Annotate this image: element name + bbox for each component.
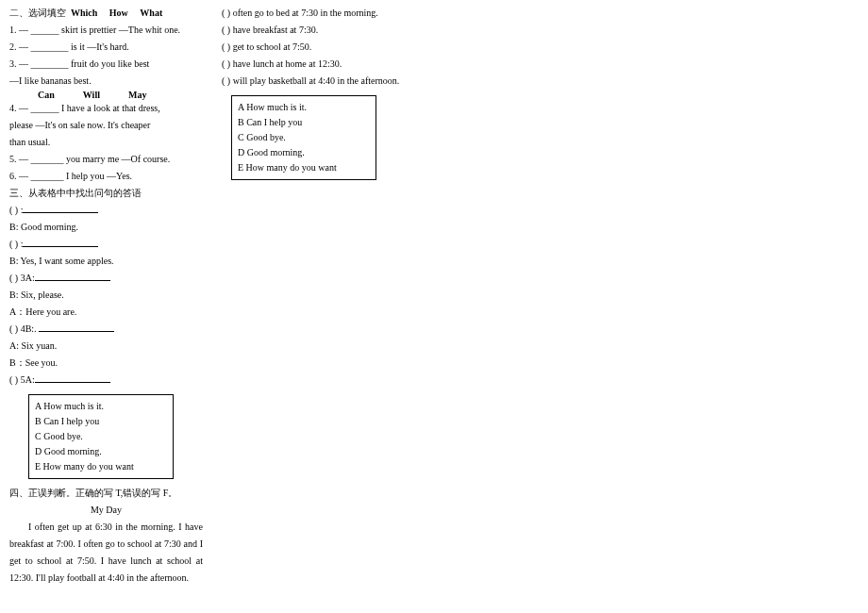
box1-d: D Good morning. [35,444,167,459]
sec2-words2: Can Will May [9,90,203,100]
box2-a: A How much is it. [238,100,370,115]
sec2-q1: 1. — ______ skirt is prettier —The whit … [9,22,203,39]
sec3-l2: B: Good morning. [9,219,203,236]
sec4-title: 四、正误判断。正确的写 T,错误的写 F。 [9,485,203,502]
word-can: Can [38,90,55,100]
word-may: May [128,90,146,100]
sec2-q4b: please —It's on sale now. It's cheaper [9,117,203,134]
sec2-q3a: 3. — ________ fruit do you like best [9,56,203,73]
sec3-l8: ( ) 4B:. [9,321,203,338]
sec2-q5: 5. — _______ you marry me —Of course. [9,151,203,168]
sec4-q5: ( ) will play basketball at 4:40 in the … [222,73,415,90]
box2-b: B Can I help you [238,115,370,130]
sec2-q4a: 4. — ______ I have a look at that dress, [9,100,203,117]
box2-e: E How many do you want [238,160,370,175]
sec3-l10: B：See you. [9,355,203,372]
sec4-passage: I often get up at 6:30 in the morning. I… [9,519,203,587]
answer-box-2: A How much is it. B Can I help you C Goo… [231,95,376,180]
sec2-q4c: than usual. [9,134,203,151]
answer-box-1: A How much is it. B Can I help you C Goo… [28,394,174,479]
sec2-q3b: —I like bananas best. [9,73,203,90]
sec3-l5: ( ) 3A: [9,270,203,287]
sec3-l9: A: Six yuan. [9,338,203,355]
blank [39,322,114,332]
sec4-q4: ( ) have lunch at home at 12:30. [222,56,415,73]
sec3-l3-text: ( ) : [9,239,23,249]
blank [23,237,98,247]
sec3-l1-text: ( ) : [9,205,23,215]
sec3-l8-text: ( ) 4B:. [9,323,37,334]
sec2-heading: 二、选词填空 Which How What [9,5,203,22]
sec2-q6: 6. — _______ I help you —Yes. [9,168,203,185]
box2-d: D Good morning. [238,145,370,160]
word-which: Which [71,8,97,18]
sec3-l4: B: Yes, I want some apples. [9,253,203,270]
blank [23,203,98,213]
sec4-passage-title: My Day [9,502,203,519]
sec2-title: 二、选词填空 [9,8,66,18]
word-how: How [109,8,128,18]
document-page: 二、选词填空 Which How What 1. — ______ skirt … [0,0,425,604]
word-will: Will [83,90,100,100]
sec3-l3: ( ) : [9,236,203,253]
box1-e: E How many do you want [35,459,167,474]
blank [35,373,110,383]
word-what: What [140,8,162,18]
sec4-q2: ( ) have breakfast at 7:30. [222,22,415,39]
sec3-l1: ( ) : [9,202,203,219]
box2-c: C Good bye. [238,130,370,145]
sec2-q2: 2. — ________ is it —It's hard. [9,39,203,56]
sec3-l7: A：Here you are. [9,304,203,321]
box1-a: A How much is it. [35,399,167,414]
sec3-l11: ( ) 5A: [9,372,203,389]
sec3-l6: B: Six, please. [9,287,203,304]
box1-b: B Can I help you [35,414,167,429]
sec3-l11-text: ( ) 5A: [9,374,35,385]
sec4-q1: ( ) often go to bed at 7:30 in the morni… [222,5,415,22]
sec3-title: 三、从表格中中找出问句的答语 [9,185,203,202]
sec3-l5-text: ( ) 3A: [9,273,35,283]
sec4-q3: ( ) get to school at 7:50. [222,39,415,56]
box1-c: C Good bye. [35,429,167,444]
blank [35,271,110,281]
